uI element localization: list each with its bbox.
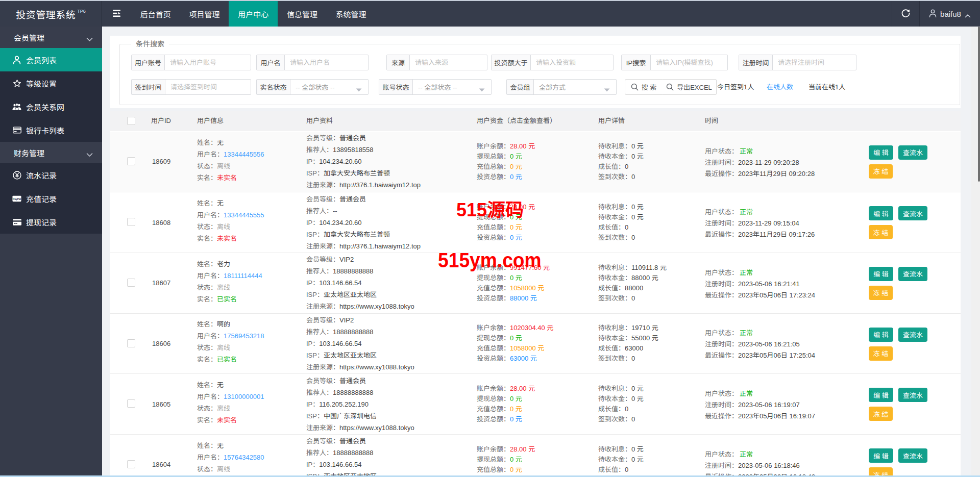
search-select-1: 账号状态-- 全部状态 -- [379, 79, 492, 95]
sidebar-item-label: 会员列表 [26, 55, 57, 65]
cell-line: 推荐人：18888888888 [306, 447, 475, 459]
export-excel-button[interactable]: 导出EXCEL [662, 79, 717, 95]
cell-line: IP：103.146.66.54 [306, 459, 475, 470]
search-field-input-0[interactable] [165, 55, 251, 70]
view-flow-button[interactable]: 查流水 [898, 448, 927, 463]
username-link[interactable]: 15764342580 [224, 454, 264, 461]
view-flow-button[interactable]: 查流水 [898, 328, 927, 342]
edit-button[interactable]: 编 辑 [869, 388, 893, 402]
freeze-button[interactable]: 冻 结 [869, 346, 893, 361]
cell-line: 注册来源：https://www.xy1088.tokyo [306, 361, 475, 373]
cell-line: 注册时间：2023-05-06 16:21:05 [705, 339, 867, 350]
freeze-button[interactable]: 冻 结 [869, 286, 893, 300]
invest-line: 投资总额：0 元 [477, 233, 597, 243]
row-checkbox[interactable] [127, 339, 135, 347]
search-field-label: 用户账号 [132, 55, 165, 70]
topnav-item-0[interactable]: 后台首页 [131, 1, 180, 27]
cell-line: 待收利息：0 元 [598, 384, 703, 394]
row-checkbox[interactable] [127, 279, 135, 287]
freeze-button[interactable]: 冻 结 [869, 225, 893, 239]
sidebar-item-3[interactable]: 银行卡列表 [0, 118, 102, 142]
app-title: 投资管理系统 [16, 7, 76, 21]
search-field-label: IP搜索 [622, 55, 651, 70]
sidebar-item-0[interactable]: 会员列表 [0, 48, 102, 71]
topnav-item-3[interactable]: 信息管理 [278, 1, 327, 27]
user-menu[interactable]: baifu8 [920, 1, 980, 27]
topnav-item-label: 系统管理 [336, 9, 366, 19]
search-fieldset [119, 44, 960, 105]
edit-button[interactable]: 编 辑 [869, 206, 893, 220]
cell-line: 签到次数：0 [598, 233, 703, 243]
username-link[interactable]: 18111114444 [224, 272, 262, 280]
edit-button[interactable]: 编 辑 [869, 145, 893, 160]
view-flow-button[interactable]: 查流水 [898, 206, 927, 220]
cell-line: 姓名：啊的 [197, 318, 304, 330]
scrollbar-track[interactable] [971, 27, 980, 477]
topnav-item-2[interactable]: 用户中心 [229, 1, 278, 27]
cell-line: 待收利息：110911.8 元 [598, 263, 703, 273]
search-select-value-1[interactable]: -- 全部状态 -- [413, 80, 491, 94]
user-details-cell: 待收利息：0 元待收本金：0 元成长值：0签到次数：0 [598, 374, 703, 434]
scrollbar-thumb[interactable] [978, 27, 980, 182]
row-checkbox[interactable] [127, 460, 135, 468]
balance-line: 账户余额：28.00 元 [477, 202, 597, 212]
sidebar-group-1[interactable]: 财务管理 [0, 142, 102, 163]
user-details-cell: 待收利息：19710 元待收本金：55000 元成长值：63000签到次数：0 [598, 314, 703, 374]
search-field-input-6[interactable] [165, 80, 251, 94]
sidebar-item-4[interactable]: 流水记录 [0, 163, 102, 187]
row-checkbox[interactable] [127, 157, 135, 165]
balance-line: 账户余额：991477.60 元 [477, 263, 597, 273]
cell-line: 用户名：15764342580 [197, 451, 304, 463]
cell-line: 注册来源：http://376.1.haiwaiym12.top [306, 179, 475, 191]
user-id: 18608 [152, 192, 170, 253]
svg-text:PayPal: PayPal [13, 197, 21, 200]
online-count-link[interactable]: 在线人数 [767, 83, 793, 91]
topnav-item-1[interactable]: 项目管理 [180, 1, 229, 27]
view-flow-button[interactable]: 查流水 [898, 267, 927, 281]
username-link[interactable]: 13100000001 [224, 393, 264, 400]
sidebar-item-5[interactable]: PayPal充值记录 [0, 187, 102, 210]
chevron-down-icon [86, 35, 93, 43]
edit-button[interactable]: 编 辑 [869, 328, 893, 342]
search-field-input-4[interactable] [651, 55, 727, 70]
cell-line: 姓名：老力 [197, 258, 304, 270]
view-flow-button[interactable]: 查流水 [898, 145, 927, 160]
sidebar-toggle-button[interactable] [102, 1, 131, 27]
edit-button[interactable]: 编 辑 [869, 267, 893, 281]
search-button[interactable]: 搜 索 [625, 79, 663, 95]
select-caret-icon [479, 86, 485, 93]
user-info-cell: 姓名：无用户名：15764342580状态：离线实名：未实名 [197, 433, 304, 477]
cell-line: 用户名：13344445556 [197, 148, 304, 160]
username-link[interactable]: 13344445555 [224, 211, 264, 219]
search-select-value-0[interactable]: -- 全部状态 -- [290, 80, 368, 94]
search-select-value-2[interactable]: 全部方式 [534, 80, 616, 94]
search-field-input-1[interactable] [285, 55, 368, 70]
cell-line: 待收本金：55000 元 [598, 333, 703, 343]
edit-button[interactable]: 编 辑 [869, 448, 893, 463]
sidebar-item-6[interactable]: 提现记录 [0, 210, 102, 234]
row-checkbox[interactable] [127, 218, 135, 226]
topnav-item-4[interactable]: 系统管理 [327, 1, 376, 27]
cell-line: 状态：离线 [197, 282, 304, 293]
row-checkbox[interactable] [127, 399, 135, 408]
username-link[interactable]: 17569453218 [224, 332, 264, 340]
cell-line: 实名：未实名 [197, 233, 304, 244]
cell-line: IP：104.234.20.60 [306, 217, 475, 229]
search-field-input-5[interactable] [773, 55, 856, 70]
view-flow-button[interactable]: 查流水 [898, 388, 927, 402]
freeze-button[interactable]: 冻 结 [869, 407, 893, 421]
cell-line: IP：104.234.20.60 [306, 156, 475, 167]
search-field-input-3[interactable] [531, 55, 613, 70]
cell-line: 推荐人：-- [306, 205, 475, 217]
refresh-button[interactable] [892, 1, 920, 27]
freeze-button[interactable]: 冻 结 [869, 164, 893, 179]
realname-status: 未实名 [217, 174, 237, 182]
search-field-input-2[interactable] [410, 55, 487, 70]
sidebar-group-0[interactable]: 会员管理 [0, 27, 102, 48]
search-field-label: 注册时间 [739, 55, 773, 70]
sidebar-item-1[interactable]: 等级设置 [0, 71, 102, 95]
sidebar-item-2[interactable]: 会员关系网 [0, 95, 102, 118]
username-link[interactable]: 13344445556 [224, 150, 264, 158]
select-all-checkbox[interactable] [127, 117, 135, 125]
search-select-label: 实名状态 [257, 80, 290, 94]
